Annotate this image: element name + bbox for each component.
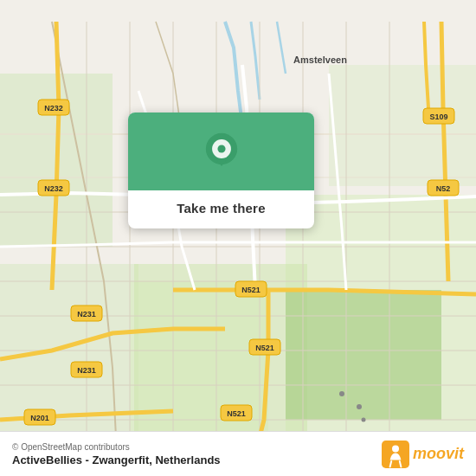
moovit-brand-text: moovit [413, 445, 464, 463]
svg-text:N231: N231 [77, 366, 96, 375]
svg-point-54 [392, 445, 399, 452]
svg-text:N232: N232 [44, 184, 63, 193]
moovit-icon [382, 441, 409, 468]
svg-text:N521: N521 [255, 344, 274, 352]
svg-text:N232: N232 [44, 104, 63, 113]
copyright-text: © OpenStreetMap contributors [12, 442, 221, 452]
svg-point-47 [357, 404, 362, 409]
svg-text:N231: N231 [77, 310, 96, 318]
map-svg: N232 N232 N231 N231 N201 N521 N521 N521 … [0, 0, 476, 476]
cta-card: Take me there [128, 113, 314, 228]
svg-text:Amstelveen: Amstelveen [293, 55, 347, 65]
svg-text:N521: N521 [227, 409, 246, 418]
bottom-bar: © OpenStreetMap contributors ActiveBelli… [0, 431, 476, 476]
svg-point-51 [217, 145, 225, 152]
svg-rect-7 [286, 290, 441, 420]
map-container: N232 N232 N231 N231 N201 N521 N521 N521 … [0, 0, 476, 476]
take-me-there-button[interactable]: Take me there [177, 201, 265, 215]
svg-text:N201: N201 [30, 414, 49, 422]
svg-rect-6 [134, 264, 307, 454]
location-title: ActiveBellies - Zwangerfit, Netherlands [12, 453, 221, 466]
location-pin-icon [200, 132, 243, 175]
svg-point-48 [362, 418, 366, 422]
svg-rect-5 [329, 65, 476, 186]
svg-point-46 [339, 391, 344, 396]
cta-green-section [128, 113, 314, 190]
svg-rect-2 [0, 264, 138, 454]
svg-text:S109: S109 [429, 113, 447, 121]
cta-button-area: Take me there [128, 190, 314, 228]
bottom-left: © OpenStreetMap contributors ActiveBelli… [12, 442, 221, 466]
moovit-logo: moovit [382, 441, 464, 468]
svg-text:N521: N521 [241, 286, 261, 294]
svg-text:N52: N52 [436, 184, 451, 193]
